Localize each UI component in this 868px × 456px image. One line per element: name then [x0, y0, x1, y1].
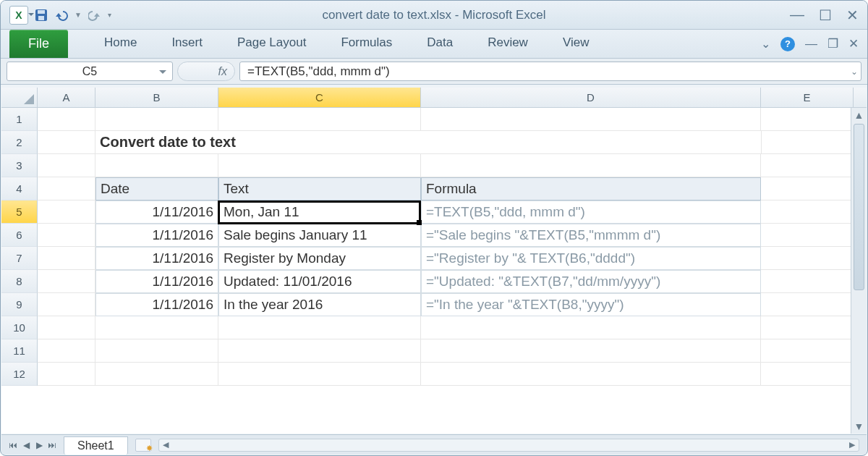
cell-text[interactable]: In the year 2016 [218, 293, 421, 316]
cell[interactable] [761, 108, 854, 131]
cell[interactable] [761, 363, 854, 386]
cell[interactable] [38, 224, 95, 247]
row-header[interactable]: 7 [1, 247, 38, 270]
worksheet-grid[interactable]: A B C D E 1 2 Convert date to text 3 4 [1, 88, 867, 434]
cell[interactable] [761, 224, 854, 247]
cell[interactable] [421, 339, 761, 363]
help-icon[interactable]: ? [780, 37, 795, 51]
table-header-text[interactable]: Text [218, 177, 421, 200]
row-header[interactable]: 6 [1, 224, 38, 247]
cell[interactable] [38, 293, 95, 316]
row-header[interactable]: 4 [1, 177, 38, 200]
select-all-corner[interactable] [1, 88, 38, 107]
cell[interactable] [421, 316, 761, 339]
row-header[interactable]: 1 [1, 108, 38, 131]
workbook-restore-icon[interactable]: ❐ [827, 36, 838, 51]
insert-function-button[interactable]: fx [177, 62, 235, 81]
cell[interactable] [421, 363, 761, 386]
cell[interactable] [761, 200, 854, 224]
cell[interactable] [761, 339, 854, 363]
cell[interactable] [421, 108, 761, 131]
cell[interactable] [421, 154, 761, 177]
scroll-right-icon[interactable]: ▶ [846, 439, 859, 451]
cell[interactable] [218, 154, 421, 177]
cell[interactable] [95, 316, 218, 339]
name-box[interactable]: C5 [7, 62, 173, 81]
cell-text[interactable]: Sale begins January 11 [218, 224, 421, 247]
cell[interactable] [95, 363, 218, 386]
formula-bar[interactable]: =TEXT(B5,"ddd, mmm d") ⌄ [239, 62, 861, 81]
cell[interactable] [218, 363, 421, 386]
scroll-thumb[interactable] [854, 124, 864, 290]
cell[interactable] [761, 154, 854, 177]
horizontal-scrollbar[interactable]: ◀ ▶ [158, 439, 859, 452]
save-icon[interactable] [34, 8, 48, 22]
cell-text[interactable]: Updated: 11/01/2016 [218, 270, 421, 293]
tab-insert[interactable]: Insert [154, 30, 220, 58]
row-header[interactable]: 12 [1, 363, 38, 386]
cell[interactable] [95, 108, 218, 131]
cell[interactable] [761, 131, 854, 154]
cell[interactable] [218, 108, 421, 131]
row-header[interactable]: 9 [1, 293, 38, 316]
cell-formula[interactable]: ="Register by "& TEXT(B6,"dddd") [421, 247, 761, 270]
cell[interactable] [38, 177, 95, 200]
cell-date[interactable]: 1/11/2016 [95, 200, 218, 224]
cell[interactable] [38, 108, 95, 131]
formula-bar-expand-icon[interactable]: ⌄ [851, 67, 858, 77]
cell[interactable] [761, 293, 854, 316]
tab-page-layout[interactable]: Page Layout [220, 30, 323, 58]
col-header-d[interactable]: D [421, 88, 761, 107]
col-header-c[interactable]: C [218, 88, 421, 107]
close-button[interactable]: ✕ [846, 7, 859, 24]
cell[interactable] [38, 316, 95, 339]
cell[interactable] [95, 154, 218, 177]
cell[interactable] [38, 131, 95, 154]
col-header-b[interactable]: B [95, 88, 218, 107]
row-header[interactable]: 5 [1, 200, 38, 224]
row-header[interactable]: 3 [1, 154, 38, 177]
tab-data[interactable]: Data [409, 30, 470, 58]
cell-formula[interactable]: ="Updated: "&TEXT(B7,"dd/mm/yyyy") [421, 270, 761, 293]
cell[interactable] [38, 363, 95, 386]
qat-customize-icon[interactable]: ▾ [108, 11, 111, 19]
minimize-button[interactable]: ― [790, 7, 804, 24]
workbook-minimize-icon[interactable]: ― [805, 37, 817, 51]
col-header-a[interactable]: A [38, 88, 95, 107]
row-header[interactable]: 10 [1, 316, 38, 339]
file-tab[interactable]: File [9, 30, 68, 58]
vertical-scrollbar[interactable]: ▲ ▼ [851, 108, 867, 434]
cell[interactable] [38, 200, 95, 224]
cell[interactable] [95, 339, 218, 363]
tab-formulas[interactable]: Formulas [323, 30, 409, 58]
maximize-button[interactable]: ☐ [819, 7, 832, 24]
cell[interactable] [218, 339, 421, 363]
cell[interactable] [38, 247, 95, 270]
cell-formula[interactable]: =TEXT(B5,"ddd, mmm d") [421, 200, 761, 224]
cell-date[interactable]: 1/11/2016 [95, 224, 218, 247]
cell[interactable] [38, 270, 95, 293]
cell-date[interactable]: 1/11/2016 [95, 270, 218, 293]
cell[interactable] [761, 316, 854, 339]
row-header[interactable]: 8 [1, 270, 38, 293]
cell[interactable] [761, 270, 854, 293]
tab-view[interactable]: View [545, 30, 607, 58]
excel-logo-icon[interactable]: X [9, 6, 28, 25]
sheet-next-icon[interactable]: ▶ [33, 439, 45, 451]
cell-formula[interactable]: ="Sale begins "&TEXT(B5,"mmmm d") [421, 224, 761, 247]
cell-formula[interactable]: ="In the year "&TEXT(B8,"yyyy") [421, 293, 761, 316]
workbook-close-icon[interactable]: ✕ [848, 36, 859, 51]
undo-icon[interactable] [54, 8, 69, 22]
tab-home[interactable]: Home [87, 30, 154, 58]
sheet-last-icon[interactable]: ⏭ [46, 439, 58, 451]
cell[interactable] [38, 339, 95, 363]
cell[interactable] [761, 247, 854, 270]
undo-dropdown-icon[interactable]: ▼ [75, 11, 82, 19]
cell[interactable] [38, 154, 95, 177]
new-sheet-button[interactable] [135, 439, 151, 452]
col-header-e[interactable]: E [761, 88, 854, 107]
sheet-first-icon[interactable]: ⏮ [7, 439, 19, 451]
tab-review[interactable]: Review [470, 30, 545, 58]
sheet-tab[interactable]: Sheet1 [64, 436, 128, 455]
cell-text[interactable]: Register by Monday [218, 247, 421, 270]
